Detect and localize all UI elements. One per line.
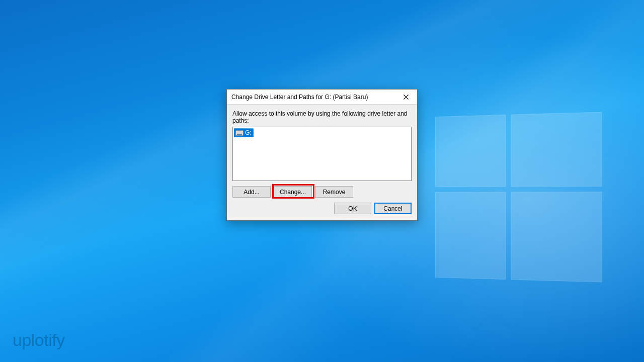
- watermark-text: uplotify: [13, 330, 65, 350]
- drive-list-item[interactable]: G:: [234, 128, 254, 137]
- close-button[interactable]: [394, 89, 417, 105]
- drive-paths-listbox[interactable]: G:: [232, 127, 412, 181]
- add-button[interactable]: Add...: [232, 186, 271, 198]
- cancel-button[interactable]: Cancel: [374, 203, 412, 214]
- windows-logo: [435, 112, 602, 283]
- windows-logo-pane: [511, 192, 602, 282]
- dialog-title: Change Drive Letter and Paths for G: (Pa…: [231, 94, 394, 101]
- remove-button[interactable]: Remove: [315, 186, 353, 198]
- action-button-row: Add... Change... Remove: [232, 186, 412, 198]
- change-drive-letter-dialog: Change Drive Letter and Paths for G: (Pa…: [226, 89, 418, 221]
- windows-logo-pane: [511, 112, 602, 187]
- change-button[interactable]: Change...: [274, 186, 312, 198]
- confirm-button-row: OK Cancel: [232, 203, 412, 214]
- drive-icon: [235, 130, 244, 136]
- close-icon: [404, 95, 409, 100]
- dialog-instruction: Allow access to this volume by using the…: [232, 110, 412, 124]
- drive-list-item-label: G:: [245, 129, 252, 136]
- ok-button[interactable]: OK: [334, 203, 371, 214]
- dialog-titlebar[interactable]: Change Drive Letter and Paths for G: (Pa…: [227, 89, 417, 105]
- windows-logo-pane: [435, 192, 506, 280]
- windows-logo-pane: [435, 115, 506, 187]
- dialog-body: Allow access to this volume by using the…: [227, 105, 417, 220]
